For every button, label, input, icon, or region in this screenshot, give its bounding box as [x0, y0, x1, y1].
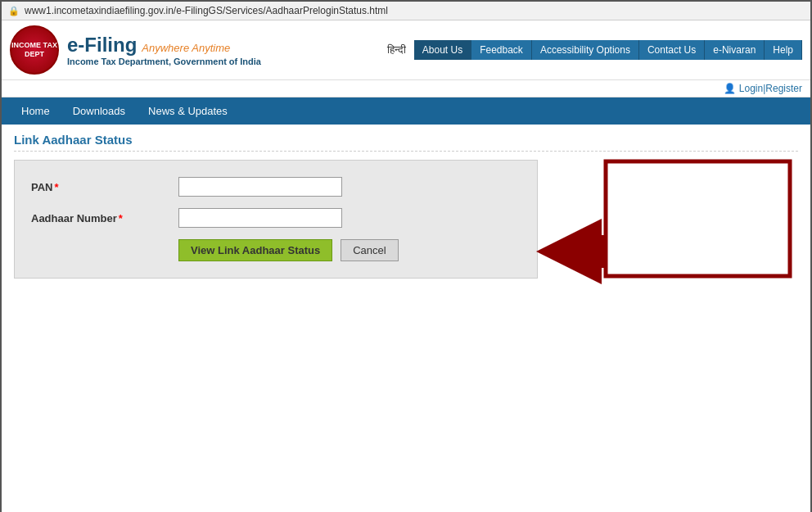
logo-area: INCOME TAX DEPT e-FilingAnywhere Anytime…: [10, 25, 261, 75]
pan-label: PAN*: [31, 181, 178, 193]
pan-input[interactable]: [178, 177, 342, 197]
view-link-button[interactable]: View Link Aadhaar Status: [178, 239, 332, 261]
spacer: [2, 436, 810, 512]
login-link[interactable]: Login: [739, 83, 763, 94]
svg-marker-1: [536, 219, 602, 284]
top-nav-right: हिन्दी About Us Feedback Accessibility O…: [387, 40, 802, 60]
lock-icon: 🔒: [8, 6, 20, 16]
hindi-link[interactable]: हिन्दी: [387, 43, 406, 57]
aadhaar-required: *: [119, 212, 123, 224]
logo-image: INCOME TAX DEPT: [10, 25, 59, 75]
nav-help[interactable]: Help: [765, 40, 802, 60]
dept-subtitle: Income Tax Department, Government of Ind…: [67, 57, 261, 66]
cancel-button[interactable]: Cancel: [341, 239, 398, 261]
nav-feedback[interactable]: Feedback: [471, 40, 532, 60]
main-body: Link Aadhaar Status PAN* Aadhaar Number*…: [2, 125, 810, 436]
efiling-title: e-FilingAnywhere Anytime: [67, 34, 261, 57]
nav-enivaran[interactable]: e-Nivaran: [705, 40, 765, 60]
main-nav: Home Downloads News & Updates: [2, 97, 810, 125]
aadhaar-row: Aadhaar Number*: [31, 208, 521, 228]
form-buttons: View Link Aadhaar Status Cancel: [31, 239, 521, 261]
nav-contact-us[interactable]: Contact Us: [639, 40, 705, 60]
pan-row: PAN*: [31, 177, 521, 197]
user-icon: 👤: [724, 83, 736, 94]
nav-news-updates[interactable]: News & Updates: [137, 97, 239, 125]
top-header: INCOME TAX DEPT e-FilingAnywhere Anytime…: [2, 20, 810, 80]
site-title: e-FilingAnywhere Anytime Income Tax Depa…: [67, 34, 261, 66]
nav-about-us[interactable]: About Us: [414, 40, 471, 60]
form-container: PAN* Aadhaar Number* View Link Aadhaar S…: [14, 160, 538, 279]
aadhaar-label: Aadhaar Number*: [31, 212, 178, 224]
anywhere-label: Anywhere Anytime: [142, 42, 230, 54]
logo-text: INCOME TAX DEPT: [11, 41, 57, 59]
nav-accessibility[interactable]: Accessibility Options: [532, 40, 639, 60]
nav-downloads[interactable]: Downloads: [61, 97, 137, 125]
svg-rect-2: [602, 235, 606, 268]
address-bar: 🔒 www1.incometaxindiaefiling.gov.in/e-Fi…: [2, 2, 810, 20]
login-area: 👤 Login | Register: [2, 80, 810, 97]
annotation-arrow: [524, 157, 802, 338]
url-text: www1.incometaxindiaefiling.gov.in/e-Fili…: [25, 5, 388, 16]
pan-required: *: [54, 181, 58, 193]
aadhaar-input[interactable]: [178, 208, 342, 228]
register-link[interactable]: Register: [765, 83, 802, 94]
section-title: Link Aadhaar Status: [14, 133, 798, 152]
svg-rect-0: [606, 161, 790, 276]
nav-home[interactable]: Home: [10, 97, 61, 125]
